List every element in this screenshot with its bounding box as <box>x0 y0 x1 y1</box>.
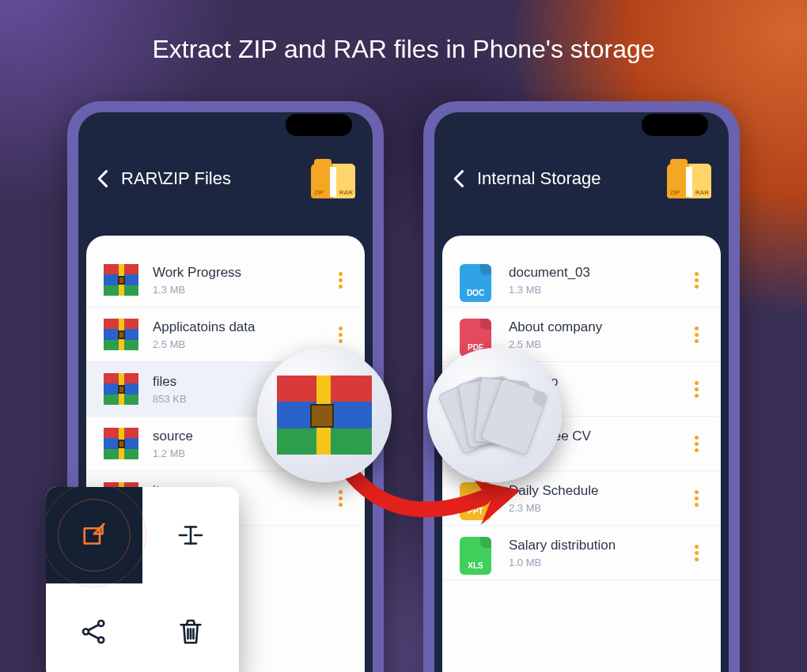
file-size: 1.3 MB <box>153 284 333 296</box>
back-button[interactable] <box>93 168 115 190</box>
rename-button[interactable] <box>142 487 239 583</box>
rar-highlight-icon <box>257 348 392 482</box>
app-logo-zip-label: ZIP <box>670 189 680 196</box>
file-size: 2.5 MB <box>509 338 689 350</box>
back-button[interactable] <box>449 168 471 190</box>
more-options-button[interactable] <box>689 327 703 343</box>
document-icon: PDF <box>460 319 494 350</box>
extracted-files-icon <box>427 348 562 482</box>
more-options-button[interactable] <box>333 490 347 507</box>
more-options-button[interactable] <box>333 327 347 343</box>
extract-button[interactable] <box>46 487 142 583</box>
svg-line-9 <box>89 633 99 639</box>
file-size: 1.0 MB <box>509 557 689 568</box>
more-options-button[interactable] <box>689 381 703 398</box>
app-logo-icon: ZIP RAR <box>311 159 355 198</box>
svg-line-8 <box>89 625 99 630</box>
more-options-button[interactable] <box>689 436 703 452</box>
more-options-button[interactable] <box>333 272 347 289</box>
file-name: Work Progress <box>153 265 333 281</box>
file-size: 2.3 MB <box>509 502 689 514</box>
file-size: 1.3 MB <box>509 284 689 296</box>
app-logo-rar-label: RAR <box>695 189 709 196</box>
svg-rect-0 <box>85 528 100 543</box>
list-item[interactable]: XLSSalary distribution1.0 MB <box>442 526 721 580</box>
list-item[interactable]: DOCdocument_031.3 MB <box>442 258 721 308</box>
file-size: 2.5 MB <box>153 338 333 350</box>
more-options-button[interactable] <box>689 545 703 561</box>
action-popup <box>46 487 239 672</box>
app-logo-zip-label: ZIP <box>314 189 324 196</box>
rar-file-icon <box>104 373 138 405</box>
screen-title-right: Internal Storage <box>477 168 667 189</box>
rar-file-icon <box>104 428 138 459</box>
file-name: Applicatoins data <box>153 319 333 335</box>
phone-notch <box>642 114 708 136</box>
file-name: document_03 <box>509 265 689 281</box>
delete-button[interactable] <box>142 583 239 672</box>
rar-file-icon <box>104 264 138 296</box>
svg-line-1 <box>94 524 104 534</box>
more-options-button[interactable] <box>689 490 703 507</box>
headline: Extract ZIP and RAR files in Phone's sto… <box>0 35 807 64</box>
screen-title-left: RAR\ZIP Files <box>121 168 311 189</box>
phone-notch <box>286 114 352 136</box>
app-logo-rar-label: RAR <box>339 189 353 196</box>
more-options-button[interactable] <box>689 272 703 289</box>
document-icon: XLS <box>460 537 494 568</box>
document-icon: PPT <box>460 482 494 514</box>
list-item[interactable]: Work Progress1.3 MB <box>86 258 365 308</box>
file-name: Salary distribution <box>509 538 689 553</box>
document-icon: DOC <box>460 264 494 296</box>
share-button[interactable] <box>46 583 142 672</box>
rar-file-icon <box>104 319 138 350</box>
file-name: About company <box>509 319 689 335</box>
app-logo-icon: ZIP RAR <box>667 159 711 198</box>
file-name: Daily Schedule <box>509 483 689 499</box>
